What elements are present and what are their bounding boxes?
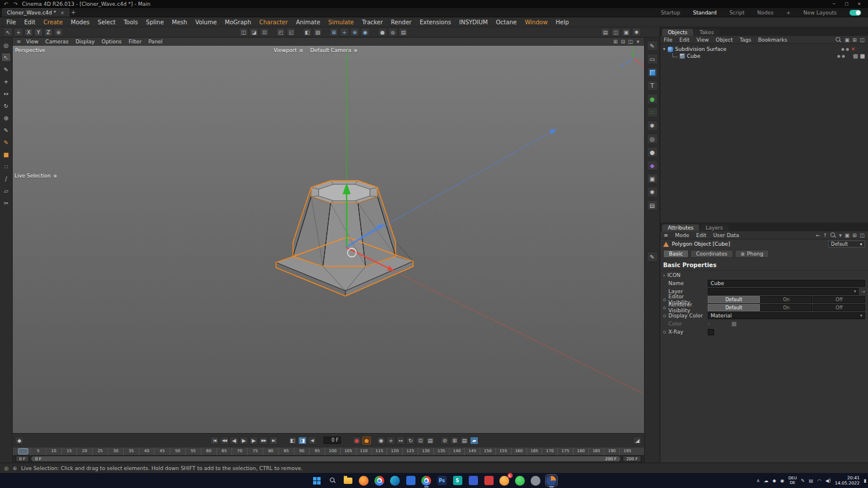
record-button[interactable]: ● (352, 437, 361, 445)
dots-tool-icon[interactable]: ∷ (1, 162, 11, 171)
viewport-view-label[interactable]: Perspective (15, 47, 45, 53)
autokey-button[interactable]: ● (362, 437, 371, 445)
gear-icon[interactable]: ✱ (632, 28, 641, 36)
tab-basic[interactable]: Basic (663, 250, 689, 258)
taskbar-clock[interactable]: 20:41 14.05.2022 (835, 475, 860, 486)
selection-pen-icon[interactable]: ✎ (1, 65, 11, 74)
renderer-visibility-off[interactable]: Off (813, 304, 865, 311)
mail-button[interactable]: 6 (499, 475, 510, 486)
rotate-tool-icon[interactable]: ↻ (1, 101, 11, 110)
tab-phong[interactable]: Phong (735, 250, 769, 258)
simulation-gear-icon[interactable]: ✱ (647, 120, 658, 131)
layout-tab-nodes[interactable]: Nodes (757, 10, 773, 16)
material-sphere-2-icon[interactable]: ● (388, 28, 398, 36)
add-tab-button[interactable]: + (69, 9, 78, 16)
shield-icon[interactable]: ◆ (773, 478, 776, 483)
vp-menu-options[interactable]: Options (98, 39, 126, 45)
color-swatch[interactable]: ■ (1, 150, 11, 159)
redo-icon[interactable]: ↷ (12, 1, 19, 7)
menu-simulate[interactable]: Simulate (324, 19, 358, 25)
om-menu-tags[interactable]: Tags (740, 37, 751, 43)
goto-end-button[interactable]: ▶| (269, 437, 278, 445)
start-button[interactable] (311, 475, 323, 486)
display-color-dropdown[interactable]: Material ▾ (708, 312, 865, 319)
render-settings-icon[interactable]: ⊡ (260, 28, 269, 36)
editor-visibility-on[interactable]: On (760, 296, 812, 303)
field-object-icon[interactable]: ◆ (647, 160, 658, 171)
vp-panel-toggle-icon[interactable]: ◫ (627, 39, 634, 45)
om-filter-icon[interactable]: ▣ (844, 37, 849, 43)
keyframe-presets-icon[interactable]: ⊘ (440, 437, 449, 445)
am-back-icon[interactable]: ← (816, 232, 821, 238)
menu-mograph[interactable]: MoGraph (221, 19, 255, 25)
menu-modes[interactable]: Modes (67, 19, 93, 25)
layout-film-icon[interactable]: ▤ (601, 28, 610, 36)
menu-insydium[interactable]: INSYDIUM (455, 19, 491, 25)
tab-close-icon[interactable]: × (60, 10, 65, 16)
am-search-icon[interactable] (830, 232, 836, 238)
cube-object[interactable] (276, 181, 413, 296)
tree-row-cube[interactable]: Cube (660, 53, 868, 60)
add-layout-button[interactable]: + (786, 10, 791, 16)
renderer-visibility-dot[interactable] (842, 55, 845, 58)
y-axis-lock-button[interactable]: Y (34, 28, 43, 36)
renderer-visibility-dot[interactable] (846, 48, 849, 51)
am-hamburger-icon[interactable]: ≡ (664, 232, 668, 238)
xpresso-icon[interactable]: ▤ (647, 200, 658, 210)
am-up-icon[interactable]: ↑ (823, 232, 827, 238)
prev-key-button[interactable]: ◀◀ (220, 437, 229, 445)
menu-tracker[interactable]: Tracker (358, 19, 387, 25)
new-layouts-toggle[interactable] (849, 10, 861, 16)
vp-grid-b-toggle-icon[interactable]: ⊟ (619, 39, 627, 45)
timeline-grid-icon[interactable]: ⊞ (450, 437, 459, 445)
icon-group-row[interactable]: › ICON (660, 271, 868, 279)
timeline-expand-icon[interactable]: ◢ (633, 437, 642, 445)
cinema4d-taskbar-button[interactable] (546, 475, 557, 486)
timeline-ruler[interactable]: 5101520253035404550556065707580859095100… (13, 447, 644, 455)
vp-menu-panel[interactable]: Panel (145, 39, 166, 45)
mograph-cloner-icon[interactable]: ● (647, 94, 658, 104)
sphere-primitive-icon[interactable]: ● (647, 147, 658, 157)
model-mode-icon[interactable]: ◱ (286, 28, 296, 36)
chrome-2-button[interactable] (421, 475, 432, 486)
tab-objects[interactable]: Objects (662, 29, 693, 36)
next-key-button[interactable]: ▶▶ (259, 437, 268, 445)
editor-visibility-dot[interactable] (841, 48, 844, 51)
xray-anim-dot[interactable] (663, 331, 666, 334)
viewport-menu-icon[interactable]: ≡ (15, 39, 23, 45)
renderer-visibility-on[interactable]: On (760, 304, 812, 311)
om-menu-file[interactable]: File (664, 37, 672, 43)
editor-visibility-anim-dot[interactable] (663, 298, 666, 301)
whatsapp-button[interactable] (514, 475, 526, 486)
spline-pen-icon[interactable]: ✎ (647, 40, 658, 51)
close-button[interactable]: ✕ (855, 2, 863, 6)
keyframe-diamond-icon[interactable]: ◆ (15, 437, 24, 445)
record-scale-icon[interactable]: ↔ (396, 437, 405, 445)
menu-character[interactable]: Character (255, 19, 292, 25)
workplane-mode-icon[interactable]: ▧ (313, 28, 322, 36)
layout-tab-script[interactable]: Script (729, 10, 744, 16)
menu-file[interactable]: File (2, 19, 20, 25)
camera-object-icon[interactable]: ▣ (647, 173, 658, 184)
last-tool-icon[interactable]: ⊕ (1, 113, 11, 123)
live-selection-tool-icon[interactable]: ↖ (1, 53, 11, 62)
viewport-canvas[interactable]: Y X Z Perspective Viewport ⊞ (13, 46, 644, 433)
x-axis-lock-button[interactable]: X (24, 28, 33, 36)
key-mode-a-button[interactable]: ◧ (288, 437, 297, 445)
render-to-picture-viewer-icon[interactable]: ◪ (249, 28, 259, 36)
firefox-button[interactable] (358, 475, 370, 486)
menu-render[interactable]: Render (387, 19, 416, 25)
preset-dropdown[interactable]: Default ▾ (828, 241, 865, 247)
snap-icon[interactable]: ⊕ (350, 28, 359, 36)
am-menu-edit[interactable]: Edit (696, 232, 706, 238)
tree-expand-icon[interactable]: ▾ (663, 47, 665, 51)
knife-tool-icon[interactable]: ✂ (1, 198, 11, 208)
record-pla-icon[interactable]: ▤ (426, 437, 435, 445)
am-window-icon[interactable]: ◫ (859, 232, 865, 238)
name-input[interactable]: Cube (708, 280, 865, 287)
photoshop-button[interactable]: Ps (436, 475, 448, 486)
next-frame-button[interactable]: ▶ (249, 437, 258, 445)
tree-row-subdivision-surface[interactable]: ▾ Subdivision Surface ✕ (660, 46, 868, 53)
mograph-effector-icon[interactable]: ∷ (647, 107, 658, 117)
key-mode-b-button[interactable]: ◨ (298, 437, 307, 445)
